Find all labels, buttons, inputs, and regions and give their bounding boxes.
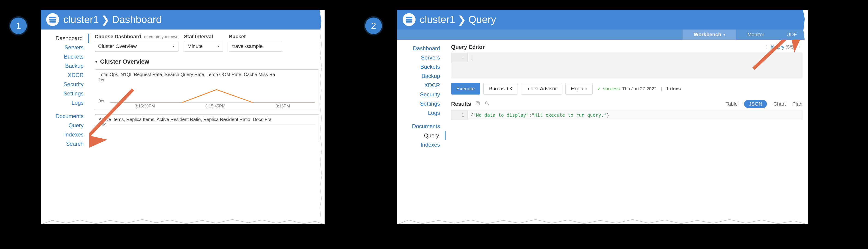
history-count: (5/5) xyxy=(785,44,795,49)
sidebar-item-dashboard[interactable]: Dashboard xyxy=(41,34,89,43)
svg-line-12 xyxy=(488,104,489,105)
svg-rect-10 xyxy=(476,102,478,104)
sidebar-item-query[interactable]: Query xyxy=(397,131,445,140)
sidebar-item-backup[interactable]: Backup xyxy=(41,61,89,71)
chart-y-min: 0/s xyxy=(99,99,109,104)
sidebar-item-security[interactable]: Security xyxy=(397,90,445,99)
status-text: success xyxy=(603,86,620,92)
sidebar-item-logs[interactable]: Logs xyxy=(397,108,445,117)
dashboard-select[interactable]: Cluster Overview▼ xyxy=(95,41,179,51)
sidebar-item-security[interactable]: Security xyxy=(41,80,89,89)
run-as-tx-button[interactable]: Run as TX xyxy=(484,83,518,95)
svg-rect-8 xyxy=(406,21,412,23)
status-timestamp: Thu Jan 27 2022 xyxy=(622,86,657,92)
sidebar-item-dashboard[interactable]: Dashboard xyxy=(397,44,445,53)
chart-title: Active Items, Replica Items, Active Resi… xyxy=(99,117,315,122)
step-badge-1: 1 xyxy=(10,17,27,34)
editor-line-number: 1 xyxy=(451,53,468,62)
query-input[interactable]: 1 xyxy=(451,52,802,78)
sidebar-item-settings[interactable]: Settings xyxy=(41,89,89,98)
app-header: cluster1 ❯ Dashboard xyxy=(41,10,324,30)
results-title: Results xyxy=(451,101,471,107)
breadcrumb-page: Dashboard xyxy=(112,14,162,25)
chart-card-items: Active Items, Replica Items, Active Resi… xyxy=(95,114,319,141)
svg-rect-6 xyxy=(406,16,412,18)
results-tab-chart[interactable]: Chart xyxy=(773,101,786,107)
history-prev-icon[interactable]: 〈 xyxy=(763,44,767,50)
chart-card-ops: Total Ops, N1QL Request Rate, Search Que… xyxy=(95,69,319,110)
svg-rect-0 xyxy=(50,16,56,18)
status-docs: 1 docs xyxy=(666,86,681,92)
chevron-down-icon: ▾ xyxy=(723,33,725,36)
results-tab-table[interactable]: Table xyxy=(725,101,738,107)
sidebar-item-servers[interactable]: Servers xyxy=(41,43,89,52)
caret-down-icon: ▼ xyxy=(95,60,98,64)
query-history: 〈 history (5/5) 〉 xyxy=(763,44,802,50)
search-icon[interactable] xyxy=(485,101,490,107)
index-advisor-button[interactable]: Index Advisor xyxy=(521,83,562,95)
sidebar-item-xdcr[interactable]: XDCR xyxy=(41,71,89,80)
chart-x-tick: 3:15:45PM xyxy=(205,104,225,109)
sidebar-item-settings[interactable]: Settings xyxy=(397,99,445,108)
sidebar-item-query[interactable]: Query xyxy=(41,121,89,130)
stat-interval-select[interactable]: Minute▼ xyxy=(184,41,223,51)
section-title[interactable]: ▼ Cluster Overview xyxy=(95,58,319,65)
create-own-hint[interactable]: or create your own xyxy=(144,35,179,39)
svg-rect-9 xyxy=(477,102,479,105)
sub-tab-bar: Workbench▾ Monitor UDF xyxy=(397,30,808,40)
svg-rect-2 xyxy=(50,21,56,23)
chart-y-max: 1/s xyxy=(99,78,109,82)
chart-x-axis: 3:15:30PM3:15:45PM3:16PM xyxy=(110,104,315,109)
tab-udf[interactable]: UDF xyxy=(775,30,808,40)
bucket-select[interactable]: travel-sample xyxy=(229,41,282,51)
breadcrumb-cluster[interactable]: cluster1 xyxy=(63,14,99,25)
tab-workbench[interactable]: Workbench▾ xyxy=(683,30,736,40)
main-content: Choose Dashboard or create your own Clus… xyxy=(89,30,324,224)
app-header: cluster1 ❯ Query xyxy=(397,10,808,30)
chevron-down-icon: ▼ xyxy=(172,45,175,48)
bucket-label: Bucket xyxy=(229,34,282,40)
sidebar-item-logs[interactable]: Logs xyxy=(41,98,89,107)
app-logo-icon xyxy=(403,13,415,26)
sidebar-item-buckets[interactable]: Buckets xyxy=(397,62,445,71)
history-link[interactable]: history xyxy=(771,44,784,49)
breadcrumb-sep: ❯ xyxy=(458,14,466,26)
app-logo-icon xyxy=(46,13,59,26)
chart-title: Total Ops, N1QL Request Rate, Search Que… xyxy=(99,72,315,77)
success-check-icon: ✔ xyxy=(597,86,601,91)
svg-point-11 xyxy=(485,102,488,104)
execute-button[interactable]: Execute xyxy=(451,83,480,95)
copy-icon[interactable] xyxy=(475,101,480,107)
svg-rect-7 xyxy=(406,19,412,21)
sidebar-item-search[interactable]: Search xyxy=(41,139,89,148)
chart-plot xyxy=(110,123,315,134)
chart-plot xyxy=(110,79,315,103)
sidebar-item-documents[interactable]: Documents xyxy=(397,122,445,131)
svg-rect-1 xyxy=(50,19,56,21)
sidebar: DashboardServersBucketsBackupXDCRSecurit… xyxy=(397,40,445,224)
chart-y-max: 65K xyxy=(99,123,109,128)
tab-monitor[interactable]: Monitor xyxy=(736,30,775,40)
results-json-line[interactable]: {"No data to display":"Hit execute to ru… xyxy=(468,110,612,120)
stat-interval-label: Stat Interval xyxy=(184,34,223,40)
results-tab-plan[interactable]: Plan xyxy=(792,101,802,107)
sidebar-item-backup[interactable]: Backup xyxy=(397,71,445,81)
breadcrumb-page: Query xyxy=(468,14,496,25)
sidebar-item-indexes[interactable]: Indexes xyxy=(41,130,89,139)
main-content: Query Editor 〈 history (5/5) 〉 1 Execute xyxy=(445,40,808,224)
breadcrumb-cluster[interactable]: cluster1 xyxy=(420,14,455,25)
history-next-icon[interactable]: 〉 xyxy=(798,44,802,50)
chart-x-tick: 3:15:30PM xyxy=(135,104,155,109)
sidebar-item-xdcr[interactable]: XDCR xyxy=(397,81,445,90)
explain-button[interactable]: Explain xyxy=(565,83,593,95)
choose-dashboard-label: Choose Dashboard or create your own xyxy=(95,34,179,40)
results-tab-json[interactable]: JSON xyxy=(744,100,767,108)
breadcrumb-sep: ❯ xyxy=(101,14,110,26)
step-badge-2: 2 xyxy=(365,17,382,34)
sidebar-item-documents[interactable]: Documents xyxy=(41,112,89,121)
sidebar-item-buckets[interactable]: Buckets xyxy=(41,52,89,61)
sidebar-item-indexes[interactable]: Indexes xyxy=(397,140,445,149)
sidebar-item-servers[interactable]: Servers xyxy=(397,53,445,62)
chart-x-tick: 3:16PM xyxy=(276,104,290,109)
results-body: 1 {"No data to display":"Hit execute to … xyxy=(451,110,802,120)
